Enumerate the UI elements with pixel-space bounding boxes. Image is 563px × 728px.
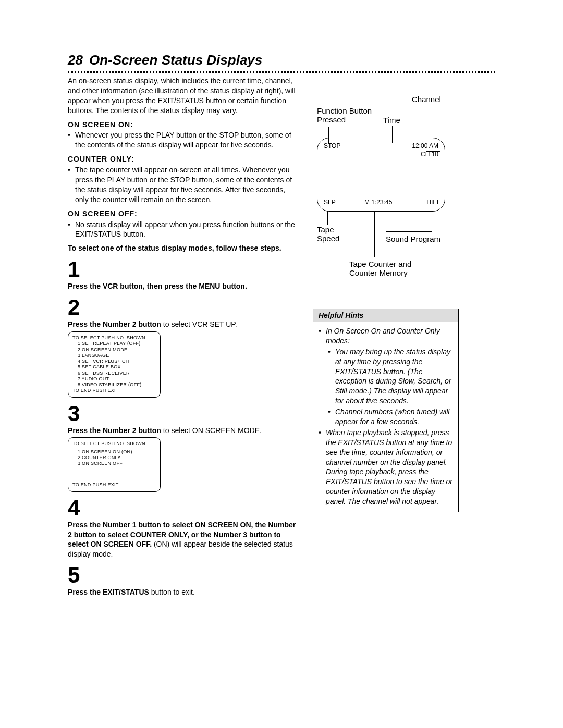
osd2-title: TO SELECT PUSH NO. SHOWN	[72, 441, 156, 447]
osd1-line: 4 SET VCR PLUS+ CH	[72, 359, 156, 364]
leader-line	[432, 211, 432, 231]
status-display-illustration: Channel Function Button Pressed Time STO…	[313, 95, 459, 282]
mode-counter-head: COUNTER ONLY:	[68, 154, 297, 164]
osd1-title: TO SELECT PUSH NO. SHOWN	[72, 335, 156, 341]
mode-off-text: No status display will appear when you p…	[75, 220, 297, 240]
bullet-icon: •	[319, 326, 326, 346]
step-5-rest: button to exit.	[149, 588, 195, 596]
step-2-bold: Press the Number 2 button	[68, 320, 161, 328]
osd1-line: 5 SET CABLE BOX	[72, 364, 156, 370]
tv-status-hifi: HIFI	[426, 199, 438, 206]
osd2-line: 2 COUNTER ONLY	[72, 455, 156, 461]
osd1-line: 1 SET REPEAT PLAY (OFF)	[72, 341, 156, 347]
tv-status-tape-speed: SLP	[324, 199, 336, 206]
helpful-hints-title: Helpful Hints	[313, 309, 458, 322]
follow-steps-heading: To select one of the status display mode…	[68, 243, 297, 253]
step-3-number: 3	[68, 403, 297, 425]
step-3-rest: to select ON SCREEN MODE.	[161, 426, 262, 435]
bullet-icon: •	[68, 130, 75, 150]
osd1-line: 8 VIDEO STABILIZER (OFF)	[72, 382, 156, 388]
label-time: Time	[383, 116, 400, 125]
mode-on-head: ON SCREEN ON:	[68, 120, 297, 130]
manual-page: 28 On-Screen Status Displays An on-scree…	[0, 0, 563, 728]
step-1-bold: Press the VCR button, then press the MEN…	[68, 282, 247, 290]
dotted-rule	[68, 71, 495, 73]
osd-menu-on-screen-mode: TO SELECT PUSH NO. SHOWN 1 ON SCREEN ON …	[68, 437, 161, 491]
label-sound-program: Sound Program	[386, 235, 440, 243]
osd1-line: 3 LANGUAGE	[72, 353, 156, 359]
hints-top: In On Screen On and Counter Only modes:	[326, 326, 453, 346]
mode-off-bullet: • No status display will appear when you…	[68, 220, 297, 240]
intro-paragraph: An on-screen status display, which inclu…	[68, 76, 297, 116]
tv-status-clock: 12:00 AM	[412, 142, 438, 150]
step-5-text: Press the EXIT/STATUS button to exit.	[68, 587, 297, 597]
leader-line	[374, 211, 375, 257]
hints-sub2: Channel numbers (when tuned) will appear…	[335, 407, 453, 427]
bullet-icon: •	[328, 407, 335, 427]
tv-screen: STOP 12:00 AM CH 10 SLP M 1:23:45 HIFI	[317, 138, 445, 212]
step-2-text: Press the Number 2 button to select VCR …	[68, 319, 297, 329]
osd2-line: 1 ON SCREEN ON (ON)	[72, 449, 156, 455]
step-1-number: 1	[68, 258, 297, 280]
osd1-line: 2 ON SCREEN MODE	[72, 347, 156, 353]
step-1-text: Press the VCR button, then press the MEN…	[68, 281, 297, 291]
mode-counter-text: The tape counter will appear on-screen a…	[75, 165, 297, 205]
tv-status-counter: M 1:23:45	[364, 199, 392, 206]
osd2-footer: TO END PUSH EXIT	[72, 482, 156, 488]
label-channel: Channel	[412, 95, 441, 104]
mode-counter-bullet: • The tape counter will appear on-screen…	[68, 165, 297, 205]
osd1-footer: TO END PUSH EXIT	[72, 388, 156, 393]
bullet-icon: •	[328, 347, 335, 406]
label-tape-speed: Tape Speed	[317, 225, 339, 243]
bullet-icon: •	[68, 220, 75, 240]
step-5-number: 5	[68, 564, 297, 586]
osd1-line: 7 AUDIO OUT	[72, 376, 156, 382]
osd2-line: 3 ON SCREEN OFF	[72, 461, 156, 466]
chapter-number: 28	[68, 52, 83, 68]
hints-para2: When tape playback is stopped, press the…	[326, 428, 453, 507]
osd1-line: 6 SET DSS RECEIVER	[72, 371, 156, 376]
step-3-bold: Press the Number 2 button	[68, 426, 161, 435]
bullet-icon: •	[68, 165, 75, 205]
step-2-number: 2	[68, 297, 297, 318]
mode-off-head: ON SCREEN OFF:	[68, 209, 297, 219]
chapter-title-text: On-Screen Status Displays	[89, 52, 262, 68]
helpful-hints-body: • In On Screen On and Counter Only modes…	[313, 322, 458, 512]
mode-on-bullet: • Whenever you press the PLAY button or …	[68, 130, 297, 150]
leader-line	[327, 211, 328, 225]
mode-on-text: Whenever you press the PLAY button or th…	[75, 130, 297, 150]
bullet-icon: •	[319, 428, 326, 507]
right-column: Channel Function Button Pressed Time STO…	[313, 76, 459, 597]
step-4-text: Press the Number 1 button to select ON S…	[68, 520, 297, 560]
content-columns: An on-screen status display, which inclu…	[68, 76, 495, 597]
step-5-bold: Press the EXIT/STATUS	[68, 588, 149, 596]
tv-status-stop: STOP	[324, 142, 340, 150]
page-title: 28 On-Screen Status Displays	[68, 52, 495, 68]
hints-sub1: You may bring up the status display at a…	[335, 347, 453, 406]
step-2-rest: to select VCR SET UP.	[161, 320, 237, 328]
label-tape-counter: Tape Counter and Counter Memory	[349, 260, 411, 277]
label-function-pressed: Function Button Pressed	[317, 106, 372, 124]
helpful-hints-box: Helpful Hints • In On Screen On and Coun…	[313, 309, 459, 512]
step-3-text: Press the Number 2 button to select ON S…	[68, 426, 297, 436]
tv-status-channel: CH 10	[421, 151, 438, 158]
leader-line	[386, 231, 432, 232]
step-4-number: 4	[68, 497, 297, 519]
osd-menu-vcr-setup: TO SELECT PUSH NO. SHOWN 1 SET REPEAT PL…	[68, 331, 161, 398]
left-column: An on-screen status display, which inclu…	[68, 76, 297, 597]
